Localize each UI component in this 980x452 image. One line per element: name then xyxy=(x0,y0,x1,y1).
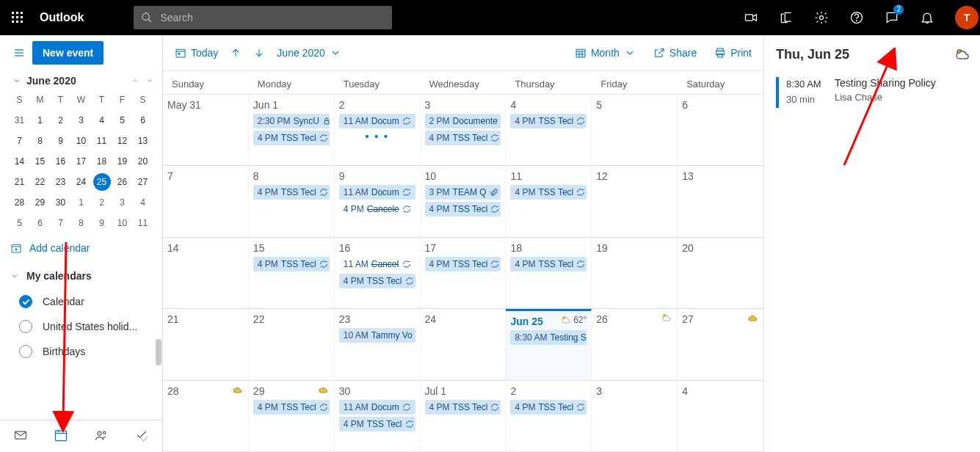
mini-day-cell[interactable]: 6 xyxy=(133,110,153,131)
event-chip[interactable]: 11 AM Docum xyxy=(339,400,415,415)
notifications-icon[interactable] xyxy=(910,0,945,35)
event-chip[interactable]: 4 PM TSS Tecl xyxy=(339,417,415,431)
today-button[interactable]: Today xyxy=(175,47,218,59)
event-chip[interactable]: 4 PM TSS Tecl xyxy=(253,131,330,145)
add-calendar-button[interactable]: Add calendar xyxy=(0,233,162,263)
mini-day-cell[interactable]: 22 xyxy=(30,172,51,192)
mini-day-cell[interactable]: 3 xyxy=(112,192,133,213)
day-cell[interactable]: May 31 xyxy=(163,95,249,165)
day-cell[interactable]: 20 xyxy=(678,238,763,308)
mini-day-cell[interactable]: 21 xyxy=(10,172,30,192)
mini-day-cell[interactable]: 4 xyxy=(92,110,112,131)
calendar-module-icon[interactable] xyxy=(54,428,68,445)
day-cell[interactable]: Jul 14 PM TSS Tecl xyxy=(421,381,507,451)
appointment-item[interactable]: 8:30 AM 30 min Testing Sharing Policy Li… xyxy=(776,77,968,108)
calendar-list-item[interactable]: United States holid... xyxy=(0,314,162,339)
mini-day-cell[interactable]: 19 xyxy=(112,151,133,172)
day-cell[interactable]: 3011 AM Docum4 PM TSS Tecl xyxy=(335,381,421,451)
mini-day-cell[interactable]: 1 xyxy=(30,110,51,131)
day-cell[interactable]: 19 xyxy=(592,238,678,308)
todo-module-icon[interactable] xyxy=(134,428,149,445)
mini-day-cell[interactable]: 20 xyxy=(133,151,153,172)
event-chip[interactable]: 4 PM TSS Tecl xyxy=(339,274,415,288)
settings-icon[interactable] xyxy=(804,0,839,35)
mini-day-cell[interactable]: 17 xyxy=(71,151,92,172)
mini-day-cell[interactable]: 13 xyxy=(133,131,153,151)
day-cell[interactable]: 22 xyxy=(249,309,335,379)
day-cell[interactable]: 184 PM TSS Tecl xyxy=(506,238,592,308)
event-chip[interactable]: 4 PM TSS Tecl xyxy=(253,257,330,271)
mini-expand-icon[interactable] xyxy=(10,76,23,85)
day-cell[interactable]: 154 PM TSS Tecl xyxy=(249,238,335,308)
mini-day-cell[interactable]: 3 xyxy=(71,110,92,131)
people-module-icon[interactable] xyxy=(94,428,109,445)
day-cell[interactable]: Jun 12:30 PM SyncU4 PM TSS Tecl xyxy=(249,95,335,165)
mini-day-cell[interactable]: 16 xyxy=(51,151,71,172)
event-chip[interactable]: 11 AM Docum xyxy=(339,114,415,128)
calendar-checkbox[interactable] xyxy=(19,320,32,333)
mini-day-cell[interactable]: 5 xyxy=(10,213,30,233)
event-chip[interactable]: 4 PM TSS Tecl xyxy=(425,202,501,216)
calendar-checkbox[interactable] xyxy=(19,345,32,358)
calendar-list-item[interactable]: Calendar xyxy=(0,289,162,314)
day-cell[interactable]: 211 AM Docum• • • xyxy=(335,95,421,165)
mini-day-cell[interactable]: 23 xyxy=(51,172,71,192)
mini-day-cell[interactable]: 1 xyxy=(71,192,92,213)
help-icon[interactable] xyxy=(839,0,874,35)
mini-day-cell[interactable]: 25 xyxy=(93,173,111,191)
mini-day-cell[interactable]: 14 xyxy=(10,151,30,172)
mini-day-cell[interactable]: 28 xyxy=(10,192,30,213)
day-cell[interactable]: 12 xyxy=(592,166,678,236)
day-cell[interactable]: 3 xyxy=(592,381,678,451)
mini-day-cell[interactable]: 12 xyxy=(112,131,133,151)
chat-icon[interactable]: 2 xyxy=(874,0,910,35)
event-chip[interactable]: 4 PM TSS Tecl xyxy=(510,114,587,128)
mini-day-cell[interactable]: 11 xyxy=(133,213,153,233)
next-period-button[interactable] xyxy=(253,47,265,59)
event-chip[interactable]: 8:30 AM Testing S xyxy=(510,330,587,345)
event-chip[interactable]: 4 PM TSS Tecl xyxy=(425,257,501,271)
day-cell[interactable]: 21 xyxy=(163,309,249,379)
more-events-icon[interactable]: • • • xyxy=(339,131,415,142)
day-cell[interactable]: 911 AM Docum4 PM Cancele xyxy=(335,166,421,236)
day-cell[interactable]: 4 xyxy=(678,381,763,451)
month-selector[interactable]: June 2020 xyxy=(277,47,341,59)
event-chip[interactable]: 4 PM TSS Tecl xyxy=(510,185,587,200)
mini-prev-icon[interactable] xyxy=(128,76,142,85)
day-cell[interactable]: 1611 AM Cancel4 PM TSS Tecl xyxy=(335,238,421,308)
day-cell[interactable]: 2310 AM Tammy Vo xyxy=(335,309,421,379)
day-cell[interactable]: 24 xyxy=(421,309,507,379)
mini-next-icon[interactable] xyxy=(143,76,156,85)
event-chip[interactable]: 11 AM Cancel xyxy=(339,257,415,271)
print-button[interactable]: Print xyxy=(714,47,752,59)
event-chip[interactable]: 4 PM TSS Tecl xyxy=(510,400,587,415)
mini-day-cell[interactable]: 10 xyxy=(112,213,133,233)
scrollbar-thumb[interactable] xyxy=(156,339,161,365)
event-chip[interactable]: 10 AM Tammy Vo xyxy=(339,328,415,343)
account-avatar[interactable]: T xyxy=(945,0,980,35)
mini-day-cell[interactable]: 5 xyxy=(112,110,133,131)
mini-day-cell[interactable]: 24 xyxy=(71,172,92,192)
mini-day-cell[interactable]: 8 xyxy=(30,131,51,151)
day-cell[interactable]: 26 xyxy=(592,309,678,379)
event-chip[interactable]: 4 PM Cancele xyxy=(339,202,415,216)
day-cell[interactable]: 5 xyxy=(592,95,678,165)
event-chip[interactable]: 4 PM TSS Tecl xyxy=(425,131,501,145)
mini-day-cell[interactable]: 7 xyxy=(10,131,30,151)
day-cell[interactable]: 24 PM TSS Tecl xyxy=(506,381,592,451)
view-selector[interactable]: Month xyxy=(575,47,636,59)
mini-day-cell[interactable]: 18 xyxy=(92,151,112,172)
new-event-button[interactable]: New event xyxy=(32,41,104,65)
my-calendars-header[interactable]: My calendars xyxy=(0,263,162,289)
day-cell[interactable]: Jun 2562°8:30 AM Testing S xyxy=(506,309,592,379)
day-cell[interactable]: 44 PM TSS Tecl xyxy=(506,95,592,165)
mini-day-cell[interactable]: 7 xyxy=(51,213,71,233)
nav-toggle-icon[interactable] xyxy=(9,47,29,59)
day-cell[interactable]: 27 xyxy=(678,309,763,379)
mini-day-cell[interactable]: 31 xyxy=(10,110,30,131)
event-chip[interactable]: 4 PM TSS Tecl xyxy=(425,400,501,415)
calendar-list-item[interactable]: Birthdays xyxy=(0,339,162,364)
event-chip[interactable]: 11 AM Docum xyxy=(339,185,415,200)
mini-day-cell[interactable]: 26 xyxy=(112,172,133,192)
meet-now-icon[interactable] xyxy=(733,0,769,35)
